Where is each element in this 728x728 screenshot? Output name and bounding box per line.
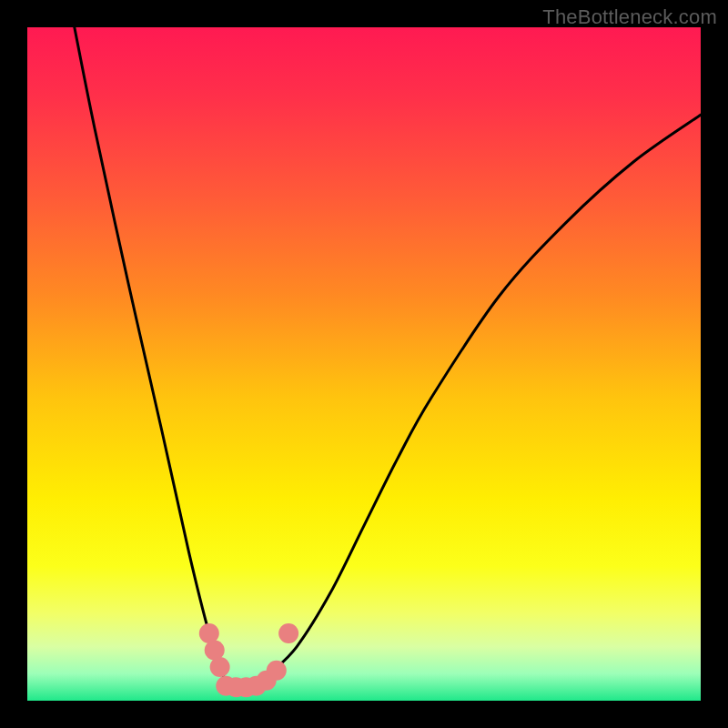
plot-area	[27, 27, 701, 701]
chart-frame: TheBottleneck.com	[0, 0, 728, 728]
data-marker	[210, 657, 230, 677]
bottleneck-curve	[75, 27, 701, 688]
curve-layer	[27, 27, 701, 701]
data-marker	[267, 661, 287, 681]
watermark-text: TheBottleneck.com	[542, 5, 717, 29]
data-marker	[278, 623, 298, 643]
